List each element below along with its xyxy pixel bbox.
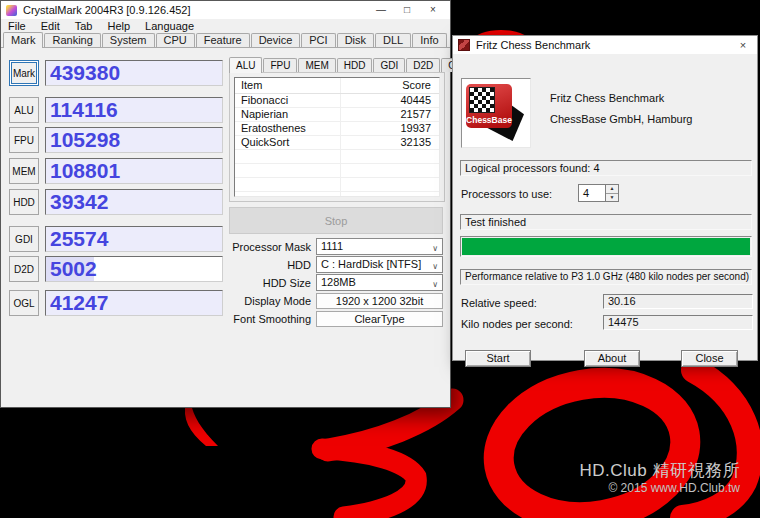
tab-pci[interactable]: PCI xyxy=(301,33,335,47)
score-cell: 19937 xyxy=(341,122,439,135)
result-tab-mem[interactable]: MEM xyxy=(298,58,335,72)
fpu-button[interactable]: FPU xyxy=(9,127,39,153)
fritz-titlebar[interactable]: Fritz Chess Benchmark × xyxy=(453,36,757,54)
font-smoothing-button[interactable]: ClearType xyxy=(316,311,443,327)
hdd-button[interactable]: HDD xyxy=(9,189,39,215)
table-row-empty xyxy=(235,178,439,192)
fritz-app-name: Fritz Chess Benchmark xyxy=(550,92,664,104)
font-smoothing-label: Font Smoothing xyxy=(229,313,316,325)
watermark: HD.Club 精研視務所 © 2015 www.HD.Club.tw xyxy=(580,460,740,496)
processors-spinner[interactable]: 4 ▲ ▼ xyxy=(578,184,619,202)
result-tab-hdd[interactable]: HDD xyxy=(337,58,373,72)
fpu-score-value: 105298 xyxy=(50,128,120,151)
display-mode-button[interactable]: 1920 x 1200 32bit xyxy=(316,293,443,309)
close-icon[interactable]: × xyxy=(420,1,446,19)
crystalmark-titlebar[interactable]: CrystalMark 2004R3 [0.9.126.452] — □ × xyxy=(1,1,450,19)
hdd-size-select[interactable]: 128MB∨ xyxy=(316,274,443,291)
score-cell: 40445 xyxy=(341,94,439,107)
mark-score-field: 439380 xyxy=(45,60,223,86)
processors-value-field[interactable]: 4 xyxy=(578,184,605,202)
mem-score-field: 108801 xyxy=(45,158,223,184)
processor-mask-label: Processor Mask xyxy=(229,241,316,253)
menu-help[interactable]: Help xyxy=(107,20,130,32)
close-icon[interactable]: × xyxy=(733,36,753,54)
chevron-down-icon: ∨ xyxy=(432,277,438,291)
hdd-size-row: HDD Size 128MB∨ xyxy=(229,274,443,291)
table-row-empty xyxy=(235,164,439,178)
table-row: Eratosthenes 19937 xyxy=(235,122,439,136)
kilo-nodes-field: 14475 xyxy=(603,315,753,330)
alu-score-value: 114116 xyxy=(50,98,118,121)
result-tab-page: Item Score Fibonacci 40445 Napierian 215… xyxy=(229,72,445,202)
hdd-select[interactable]: C : HardDisk [NTFS]∨ xyxy=(316,256,443,273)
about-button[interactable]: About xyxy=(584,350,640,367)
crystalmark-app-icon xyxy=(6,5,17,16)
spin-down-icon[interactable]: ▼ xyxy=(606,194,618,202)
tab-feature[interactable]: Feature xyxy=(196,33,250,47)
progress-bar-fill xyxy=(462,238,750,255)
stop-button[interactable]: Stop xyxy=(229,207,443,234)
hdd-score-field: 39342 xyxy=(45,189,223,215)
spin-up-icon[interactable]: ▲ xyxy=(606,185,618,194)
chevron-down-icon: ∨ xyxy=(432,241,438,255)
menu-file[interactable]: File xyxy=(8,20,26,32)
tab-disk[interactable]: Disk xyxy=(337,33,374,47)
result-tab-fpu[interactable]: FPU xyxy=(263,58,297,72)
table-row-empty xyxy=(235,192,439,197)
alu-score-field: 114116 xyxy=(45,97,223,123)
menu-language[interactable]: Language xyxy=(145,20,194,32)
result-tabstrip: ALU FPU MEM HDD GDI D2D OGL xyxy=(229,56,445,72)
tab-device[interactable]: Device xyxy=(251,33,301,47)
fritz-window: Fritz Chess Benchmark × ChessBase Fritz … xyxy=(452,35,758,361)
gdi-button[interactable]: GDI xyxy=(9,226,39,252)
display-mode-row: Display Mode 1920 x 1200 32bit xyxy=(229,292,443,309)
tab-mark[interactable]: Mark xyxy=(3,32,43,48)
alu-button[interactable]: ALU xyxy=(9,97,39,123)
item-cell xyxy=(235,150,341,163)
maximize-icon[interactable]: □ xyxy=(394,1,420,19)
watermark-line1: HD.Club 精研視務所 xyxy=(580,460,740,481)
fpu-score-field: 105298 xyxy=(45,127,223,153)
crystalmark-menubar: File Edit Tab Help Language xyxy=(1,19,450,32)
mem-button[interactable]: MEM xyxy=(9,158,39,184)
d2d-score-field-running: 5002 xyxy=(45,256,223,282)
tab-cpu[interactable]: CPU xyxy=(156,33,195,47)
result-tab-gdi[interactable]: GDI xyxy=(373,58,405,72)
score-cell xyxy=(341,150,439,163)
menu-tab[interactable]: Tab xyxy=(75,20,93,32)
column-header-item: Item xyxy=(235,78,341,93)
table-row: Napierian 21577 xyxy=(235,108,439,122)
result-tab-alu[interactable]: ALU xyxy=(229,57,262,73)
score-cell: 32135 xyxy=(341,136,439,149)
chevron-down-icon: ∨ xyxy=(432,259,438,273)
d2d-button[interactable]: D2D xyxy=(9,256,39,282)
processor-mask-select[interactable]: 1111∨ xyxy=(316,238,443,255)
tab-dll[interactable]: DLL xyxy=(375,33,411,47)
tab-system[interactable]: System xyxy=(102,33,155,47)
score-row-fpu: FPU 105298 xyxy=(9,127,223,153)
tab-ranking[interactable]: Ranking xyxy=(44,33,100,47)
item-cell: Fibonacci xyxy=(235,94,341,107)
minimize-icon[interactable]: — xyxy=(368,1,394,19)
score-row-ogl: OGL 41247 xyxy=(9,290,223,316)
close-button[interactable]: Close xyxy=(681,350,738,367)
start-button[interactable]: Start xyxy=(465,350,531,367)
ogl-button[interactable]: OGL xyxy=(9,290,39,316)
column-header-score: Score xyxy=(341,78,439,93)
hdd-value: C : HardDisk [NTFS] xyxy=(321,258,421,270)
watermark-line2: © 2015 www.HD.Club.tw xyxy=(580,481,740,496)
item-cell xyxy=(235,178,341,191)
result-tab-d2d[interactable]: D2D xyxy=(406,58,440,72)
processors-to-use-label: Processors to use: xyxy=(461,188,552,200)
item-cell xyxy=(235,192,341,197)
tab-info[interactable]: Info xyxy=(412,33,446,47)
gdi-score-value: 25574 xyxy=(50,227,108,250)
result-table[interactable]: Item Score Fibonacci 40445 Napierian 215… xyxy=(234,77,440,197)
hdd-size-value: 128MB xyxy=(321,276,356,288)
crystalmark-window-title: CrystalMark 2004R3 [0.9.126.452] xyxy=(23,4,368,16)
menu-edit[interactable]: Edit xyxy=(41,20,60,32)
mem-score-value: 108801 xyxy=(50,159,120,182)
hdd-size-label: HDD Size xyxy=(229,277,316,289)
chessboard-pattern xyxy=(469,87,495,113)
mark-button[interactable]: Mark xyxy=(9,60,39,86)
